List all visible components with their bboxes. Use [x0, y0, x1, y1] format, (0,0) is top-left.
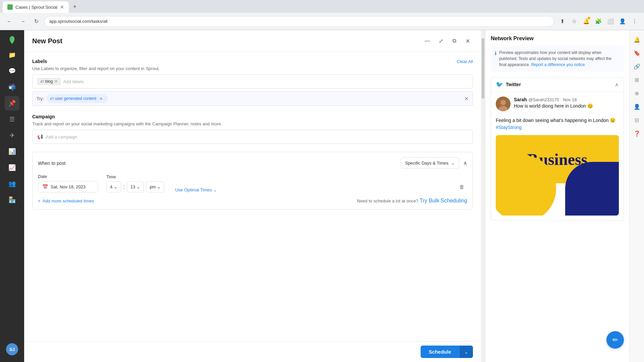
optimal-times-button[interactable]: Use Optimal Times ⌄	[175, 187, 217, 192]
right-icon-notifications[interactable]: 🔔	[632, 34, 642, 45]
scroll-thumb[interactable]	[482, 38, 484, 99]
right-icon-add[interactable]: ⊕	[632, 88, 642, 99]
main-scrollbar[interactable]	[481, 30, 485, 362]
forward-button[interactable]: →	[17, 16, 28, 27]
sidebar-item-team[interactable]: 👥	[5, 176, 19, 191]
preview-info-text: Preview approximates how your content wi…	[499, 50, 620, 68]
meridiem-select[interactable]: pm ⌄	[146, 181, 164, 192]
delete-time-button[interactable]: 🗑	[457, 182, 467, 192]
sidebar-item-chart[interactable]: 📈	[5, 160, 19, 175]
sidebar-item-folder[interactable]: 📁	[5, 48, 19, 62]
minute-select[interactable]: 13 ⌄	[127, 181, 144, 192]
clear-all-button[interactable]: Clear All	[457, 59, 473, 64]
info-icon: ℹ	[495, 50, 496, 68]
tab-favicon	[7, 4, 13, 10]
main-content: New Post — ⤢ ⧉ ✕	[24, 30, 481, 362]
labels-placeholder: Add labels	[63, 79, 84, 84]
right-icon-user-add[interactable]: 👤	[632, 101, 642, 112]
right-icon-table[interactable]: ⊟	[632, 115, 642, 125]
sidebar: 📁 💬 📬 📌 ☰ ✈ 📊 📈 👥 🏪 SJ	[0, 30, 24, 362]
tag-icon: 🏷	[40, 79, 44, 83]
menu-icon[interactable]: ⋮	[629, 16, 640, 27]
edit-icon: ✏	[612, 336, 618, 344]
suggested-label[interactable]: 🏷 user generated content +	[47, 94, 108, 103]
hour-select[interactable]: 4 ⌄	[106, 181, 121, 192]
right-icon-grid[interactable]: ⊞	[632, 74, 642, 85]
tweet-hashtag: #StayStrong	[496, 125, 522, 130]
share-icon[interactable]: ⬆	[557, 16, 568, 27]
campaign-input-field[interactable]: 📢 Add a campaign	[32, 130, 473, 144]
network-preview-content: Network Preview ℹ Preview approximates h…	[485, 30, 629, 362]
refresh-button[interactable]: ↻	[31, 16, 42, 27]
collapse-icon: ∧	[463, 160, 467, 166]
report-link[interactable]: Report a difference you notice.	[531, 62, 586, 67]
tab-close-button[interactable]: ✕	[60, 4, 64, 10]
address-bar[interactable]: app.sproutsocial.com/tasks/all	[44, 16, 554, 27]
browser-tab-active[interactable]: Cases | Sprout Social ✕	[3, 1, 69, 13]
schedule-dropdown-button[interactable]: ⌄	[459, 346, 473, 358]
tweet-image: B•usiness	[496, 135, 619, 216]
add-suggested-label-button[interactable]: +	[98, 95, 104, 102]
bulk-scheduling-link[interactable]: Try Bulk Scheduling	[420, 198, 467, 203]
when-to-post-section: When to post Specific Days & Times ⌄ ∧	[32, 152, 473, 209]
bulk-text: Need to schedule a lot at once?	[357, 198, 418, 203]
new-tab-button[interactable]: +	[70, 2, 79, 11]
sidebar-item-analytics[interactable]: 📊	[5, 144, 19, 159]
tweet-user-info: Sarah @Sarah233175 · Nov 18 How is world…	[514, 97, 619, 114]
back-button[interactable]: ←	[4, 16, 15, 27]
try-text: Try:	[37, 96, 44, 101]
main-scroll-area[interactable]: Labels Clear All Use Labels to organize,…	[24, 52, 481, 341]
schedule-button[interactable]: Schedule	[421, 346, 459, 358]
schedule-button-group: Schedule ⌄	[421, 346, 473, 358]
minimize-button[interactable]: —	[422, 36, 433, 46]
sidebar-item-list[interactable]: ☰	[5, 112, 19, 127]
schedule-type-dropdown[interactable]: Specific Days & Times ⌄	[401, 158, 459, 169]
sidebar-item-send[interactable]: ✈	[5, 128, 19, 143]
sidebar-item-store[interactable]: 🏪	[5, 192, 19, 207]
time-selects: 4 ⌄ : 13 ⌄ pm	[106, 181, 164, 192]
extensions-icon[interactable]: 🧩	[593, 16, 604, 27]
sidebar-item-feeds[interactable]: 💬	[5, 64, 19, 78]
hour-value: 4	[110, 184, 112, 189]
schedule-arrow-icon: ⌄	[464, 349, 468, 355]
twitter-bird-icon: 🐦	[496, 81, 503, 88]
chevron-up-icon: ∧	[615, 82, 619, 87]
right-icon-link[interactable]: 🔗	[632, 61, 642, 72]
twitter-collapse-button[interactable]: ∧	[615, 81, 619, 88]
calendar-icon: 📅	[42, 184, 48, 189]
sidebar-item-pin[interactable]: 📌	[5, 96, 19, 111]
expand-button[interactable]: ⤢	[435, 36, 446, 46]
labels-input-field[interactable]: 🏷 blog ✕ Add labels	[32, 74, 473, 88]
right-panel-icons: 🔔 🔖 🔗 ⊞ ⊕ 👤 ⊟ ❓	[629, 30, 644, 362]
add-more-label: Add more scheduled times	[43, 198, 94, 203]
tag-remove-button[interactable]: ✕	[54, 79, 58, 84]
try-close-button[interactable]: ✕	[464, 96, 469, 102]
profile-icon[interactable]: 👤	[617, 16, 628, 27]
twitter-label-text: Twitter	[506, 82, 521, 87]
browser-nav: ← → ↻ app.sproutsocial.com/tasks/all ⬆ ☆…	[0, 13, 644, 30]
minute-value: 13	[130, 184, 135, 189]
close-button[interactable]: ✕	[462, 36, 473, 46]
user-avatar[interactable]: SJ	[6, 343, 18, 355]
minimize-icon: —	[425, 38, 430, 44]
date-input[interactable]: 📅 Sat, Nov 18, 2023	[38, 181, 98, 192]
collapse-section-button[interactable]: ∧	[463, 160, 467, 166]
copy-button[interactable]: ⧉	[449, 36, 460, 46]
add-more-times-button[interactable]: + Add more scheduled times	[38, 198, 94, 203]
right-icon-bookmark[interactable]: 🔖	[632, 48, 642, 58]
campaign-section: Campaign Track and report on your social…	[32, 114, 473, 144]
tag-text: blog	[45, 79, 53, 84]
sidebar-item-inbox[interactable]: 📬	[5, 80, 19, 95]
compose-fab-button[interactable]: ✏	[606, 331, 624, 349]
tab-groups-icon[interactable]: ⬜	[605, 16, 616, 27]
try-label-row: Try: 🏷 user generated content + ✕	[32, 91, 473, 106]
pin-icon: 📌	[8, 100, 16, 107]
time-colon: :	[123, 184, 124, 190]
notification-icon[interactable]: 🔔	[581, 16, 592, 27]
send-icon: ✈	[10, 132, 15, 139]
star-icon[interactable]: ☆	[569, 16, 580, 27]
svg-point-3	[500, 100, 506, 105]
team-icon: 👥	[8, 180, 16, 187]
sprout-logo[interactable]	[6, 34, 18, 46]
right-icon-help[interactable]: ❓	[632, 128, 642, 139]
